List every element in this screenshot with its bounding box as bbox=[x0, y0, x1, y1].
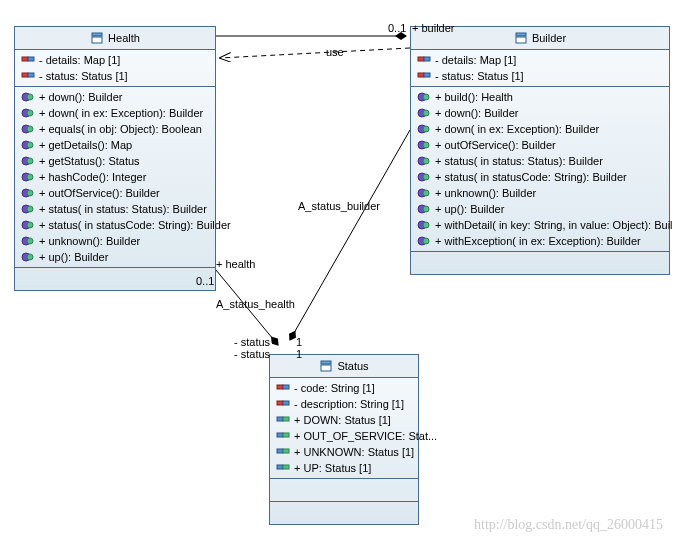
svg-point-27 bbox=[27, 222, 33, 228]
class-name: Status bbox=[337, 360, 368, 372]
label-mult01-b: 0..1 bbox=[196, 275, 214, 287]
op-icon bbox=[417, 186, 431, 200]
svg-point-53 bbox=[423, 206, 429, 212]
attributes: - details: Map [1] - status: Status [1] bbox=[15, 50, 215, 87]
svg-rect-61 bbox=[283, 385, 289, 389]
svg-rect-9 bbox=[28, 73, 34, 77]
class-status: Status - code: String [1] - description:… bbox=[269, 354, 419, 525]
svg-point-39 bbox=[423, 94, 429, 100]
svg-point-13 bbox=[27, 110, 33, 116]
attr-icon bbox=[417, 53, 431, 67]
svg-rect-5 bbox=[92, 37, 102, 43]
attributes: - details: Map [1] - status: Status [1] bbox=[411, 50, 669, 87]
svg-point-41 bbox=[423, 110, 429, 116]
op-icon bbox=[21, 138, 35, 152]
svg-point-25 bbox=[27, 206, 33, 212]
class-header: Health bbox=[15, 27, 215, 50]
svg-rect-33 bbox=[516, 37, 526, 43]
class-builder: Builder - details: Map [1] - status: Sta… bbox=[410, 26, 670, 275]
op-icon bbox=[417, 154, 431, 168]
class-icon bbox=[514, 31, 528, 45]
svg-point-47 bbox=[423, 158, 429, 164]
svg-rect-65 bbox=[283, 417, 289, 421]
class-header: Status bbox=[270, 355, 418, 378]
svg-rect-62 bbox=[277, 401, 283, 405]
svg-point-57 bbox=[423, 238, 429, 244]
svg-rect-7 bbox=[28, 57, 34, 61]
class-icon bbox=[90, 31, 104, 45]
attr-pub-icon bbox=[276, 445, 290, 459]
op-icon bbox=[21, 154, 35, 168]
svg-rect-37 bbox=[424, 73, 430, 77]
op-icon bbox=[417, 138, 431, 152]
label-status-role2: - status bbox=[234, 348, 270, 360]
op-icon bbox=[21, 106, 35, 120]
operations: + down(): Builder + down( in ex: Excepti… bbox=[15, 87, 215, 268]
label-health-role: + health bbox=[216, 258, 255, 270]
op-icon bbox=[417, 170, 431, 184]
attr-icon bbox=[21, 53, 35, 67]
op-icon bbox=[21, 202, 35, 216]
op-icon bbox=[417, 202, 431, 216]
svg-line-2 bbox=[290, 130, 410, 340]
svg-rect-70 bbox=[277, 465, 283, 469]
attributes: - code: String [1] - description: String… bbox=[270, 378, 418, 479]
label-mult1a: 1 bbox=[296, 336, 302, 348]
op-icon bbox=[21, 122, 35, 136]
svg-rect-66 bbox=[277, 433, 283, 437]
op-icon bbox=[21, 250, 35, 264]
svg-rect-60 bbox=[277, 385, 283, 389]
svg-point-17 bbox=[27, 142, 33, 148]
class-name: Health bbox=[108, 32, 140, 44]
op-icon bbox=[21, 90, 35, 104]
label-builder-role: + builder bbox=[412, 22, 455, 34]
empty bbox=[270, 502, 418, 524]
attr-icon bbox=[21, 69, 35, 83]
label-mult1b: 1 bbox=[296, 348, 302, 360]
class-icon bbox=[319, 359, 333, 373]
svg-rect-67 bbox=[283, 433, 289, 437]
empty bbox=[270, 479, 418, 502]
svg-point-29 bbox=[27, 238, 33, 244]
svg-rect-36 bbox=[418, 73, 424, 77]
label-a-status-builder: A_status_builder bbox=[298, 200, 380, 212]
operations: + build(): Health + down(): Builder + do… bbox=[411, 87, 669, 252]
svg-rect-71 bbox=[283, 465, 289, 469]
label-a-status-health: A_status_health bbox=[216, 298, 295, 310]
attr-icon bbox=[276, 381, 290, 395]
op-icon bbox=[417, 234, 431, 248]
svg-rect-68 bbox=[277, 449, 283, 453]
svg-point-23 bbox=[27, 190, 33, 196]
svg-rect-34 bbox=[418, 57, 424, 61]
svg-point-31 bbox=[27, 254, 33, 260]
op-icon bbox=[417, 90, 431, 104]
class-health: Health - details: Map [1] - status: Stat… bbox=[14, 26, 216, 291]
op-icon bbox=[21, 234, 35, 248]
svg-point-43 bbox=[423, 126, 429, 132]
svg-point-55 bbox=[423, 222, 429, 228]
attr-icon bbox=[417, 69, 431, 83]
op-icon bbox=[417, 106, 431, 120]
label-use: use bbox=[326, 46, 344, 58]
svg-rect-6 bbox=[22, 57, 28, 61]
svg-point-19 bbox=[27, 158, 33, 164]
op-icon bbox=[417, 218, 431, 232]
svg-rect-4 bbox=[92, 33, 102, 36]
label-status-role1: - status bbox=[234, 336, 270, 348]
svg-rect-59 bbox=[321, 365, 331, 371]
svg-rect-35 bbox=[424, 57, 430, 61]
svg-point-15 bbox=[27, 126, 33, 132]
op-icon bbox=[21, 186, 35, 200]
attr-pub-icon bbox=[276, 461, 290, 475]
attr-pub-icon bbox=[276, 413, 290, 427]
class-name: Builder bbox=[532, 32, 566, 44]
op-icon bbox=[21, 170, 35, 184]
attr-icon bbox=[276, 397, 290, 411]
attr-pub-icon bbox=[276, 429, 290, 443]
svg-rect-8 bbox=[22, 73, 28, 77]
op-icon bbox=[417, 122, 431, 136]
svg-rect-58 bbox=[321, 361, 331, 364]
svg-rect-69 bbox=[283, 449, 289, 453]
svg-point-49 bbox=[423, 174, 429, 180]
empty bbox=[15, 268, 215, 290]
